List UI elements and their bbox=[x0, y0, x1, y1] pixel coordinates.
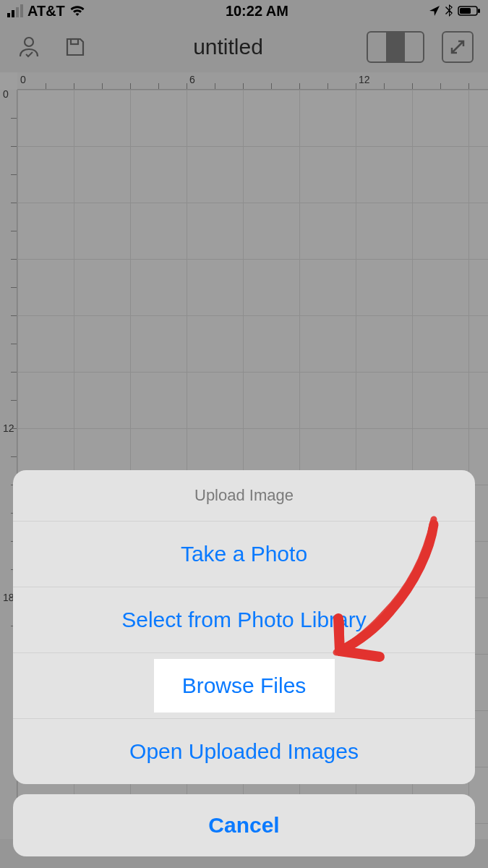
browse-files-label: Browse Files bbox=[182, 673, 307, 697]
take-photo-option[interactable]: Take a Photo bbox=[13, 521, 475, 587]
open-uploaded-images-option[interactable]: Open Uploaded Images bbox=[13, 718, 475, 784]
action-sheet-group: Upload Image Take a Photo Select from Ph… bbox=[13, 470, 475, 784]
cancel-button[interactable]: Cancel bbox=[13, 794, 475, 856]
select-photo-library-option[interactable]: Select from Photo Library bbox=[13, 587, 475, 652]
action-sheet: Upload Image Take a Photo Select from Ph… bbox=[13, 470, 475, 856]
action-sheet-title: Upload Image bbox=[13, 470, 475, 521]
browse-files-option[interactable]: Browse Files bbox=[13, 652, 475, 718]
